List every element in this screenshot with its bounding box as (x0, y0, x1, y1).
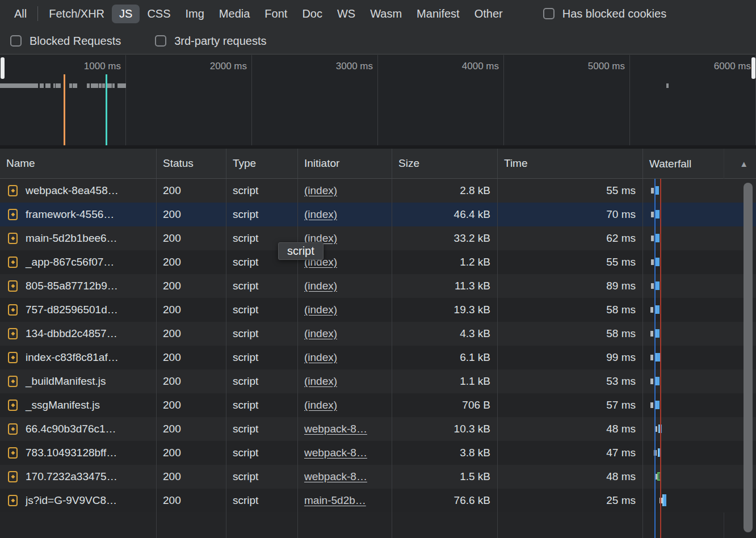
request-name: _app-867c56f07… (26, 256, 114, 268)
table-row[interactable]: _ssgManifest.js200script(index)706 B57 m… (0, 393, 756, 417)
overview-bar-segment (45, 83, 51, 88)
column-header-initiator[interactable]: Initiator (298, 149, 392, 178)
column-header-status[interactable]: Status (157, 149, 226, 178)
table-row[interactable]: webpack-8ea458…200script(index)2.8 kB55 … (0, 179, 756, 203)
initiator-link[interactable]: webpack-8… (304, 470, 367, 483)
filter-all[interactable]: All (7, 5, 34, 23)
name-cell[interactable]: 757-d82596501d… (0, 298, 157, 322)
table-row[interactable]: framework-4556…200script(index)46.4 kB70… (0, 203, 756, 226)
name-cell[interactable]: 170.7232a33475… (0, 465, 157, 489)
name-cell[interactable]: 66.4c90b3d76c1… (0, 417, 157, 441)
column-header-waterfall[interactable]: Waterfall▲ (643, 149, 756, 178)
name-cell[interactable]: main-5d2b1bee6… (0, 226, 157, 250)
overview-section: 4000 ms (378, 55, 504, 145)
name-cell[interactable]: index-c83f8c81af… (0, 346, 157, 369)
name-cell[interactable]: _app-867c56f07… (0, 250, 157, 274)
table-row[interactable]: 783.10493128bff…200scriptwebpack-8…3.8 k… (0, 441, 756, 465)
vertical-scrollbar-thumb[interactable] (744, 183, 753, 532)
name-cell[interactable]: framework-4556… (0, 203, 157, 226)
name-cell[interactable]: 783.10493128bff… (0, 441, 157, 465)
overview-bar-segment (0, 83, 38, 88)
filter-js[interactable]: JS (112, 5, 140, 23)
blocked-requests-checkbox[interactable] (10, 35, 22, 47)
time-cell: 57 ms (498, 393, 643, 417)
table-row[interactable]: main-5d2b1bee6…200script(index)33.2 kB62… (0, 226, 756, 250)
initiator-link[interactable]: (index) (304, 399, 337, 411)
third-party-toggle[interactable]: 3rd-party requests (155, 35, 266, 48)
status-cell: 200 (157, 346, 226, 369)
table-body: webpack-8ea458…200script(index)2.8 kB55 … (0, 179, 756, 538)
has-blocked-cookies-checkbox[interactable] (543, 8, 555, 19)
initiator-link[interactable]: (index) (304, 184, 337, 197)
initiator-link[interactable]: (index) (304, 208, 337, 221)
filter-ws[interactable]: WS (330, 5, 363, 23)
table-row[interactable]: 66.4c90b3d76c1…200scriptwebpack-8…10.3 k… (0, 417, 756, 441)
filter-manifest[interactable]: Manifest (409, 5, 467, 23)
time-cell: 89 ms (498, 274, 643, 298)
filter-font[interactable]: Font (257, 5, 295, 23)
filter-media[interactable]: Media (212, 5, 257, 23)
table-row[interactable]: 134-dbbd2c4857…200script(index)4.3 kB58 … (0, 322, 756, 346)
initiator-link[interactable]: webpack-8… (304, 423, 367, 435)
overview-bar-segment (73, 83, 77, 88)
waterfall-download-bar (655, 329, 660, 338)
script-file-icon (8, 257, 18, 268)
initiator-link[interactable]: webpack-8… (304, 447, 367, 459)
name-cell[interactable]: webpack-8ea458… (0, 179, 157, 203)
type-cell: script (226, 274, 298, 298)
filter-divider (37, 6, 38, 21)
filter-fetch-xhr[interactable]: Fetch/XHR (41, 5, 112, 23)
initiator-link[interactable]: (index) (304, 375, 337, 388)
time-cell: 25 ms (498, 489, 643, 512)
script-file-icon (8, 233, 18, 244)
initiator-cell: (index) (298, 203, 392, 226)
filter-img[interactable]: Img (178, 5, 212, 23)
column-header-type[interactable]: Type (226, 149, 298, 178)
overview-left-handle[interactable] (1, 57, 5, 79)
size-cell: 1.1 kB (392, 369, 498, 393)
overview-bar-segment (107, 83, 112, 88)
name-cell[interactable]: _buildManifest.js (0, 369, 157, 393)
empty-cell (226, 512, 298, 538)
table-row[interactable]: _buildManifest.js200script(index)1.1 kB5… (0, 369, 756, 393)
initiator-link[interactable]: (index) (304, 304, 337, 316)
filter-wasm[interactable]: Wasm (363, 5, 409, 23)
has-blocked-cookies-toggle[interactable]: Has blocked cookies (543, 7, 666, 20)
name-cell[interactable]: 134-dbbd2c4857… (0, 322, 157, 346)
initiator-link[interactable]: main-5d2b… (304, 494, 366, 507)
column-header-time[interactable]: Time (498, 149, 643, 178)
initiator-link[interactable]: (index) (304, 327, 337, 340)
request-name: framework-4556… (26, 208, 114, 221)
time-cell: 48 ms (498, 417, 643, 441)
request-name: webpack-8ea458… (26, 184, 119, 197)
filter-css[interactable]: CSS (140, 5, 178, 23)
filter-doc[interactable]: Doc (295, 5, 330, 23)
name-cell[interactable]: 805-85a87712b9… (0, 274, 157, 298)
initiator-link[interactable]: (index) (304, 351, 337, 364)
table-row[interactable]: 757-d82596501d…200script(index)19.3 kB58… (0, 298, 756, 322)
table-row[interactable]: 805-85a87712b9…200script(index)11.3 kB89… (0, 274, 756, 298)
name-cell[interactable]: _ssgManifest.js (0, 393, 157, 417)
third-party-checkbox[interactable] (155, 35, 166, 47)
name-cell[interactable]: js?id=G-9V9VC8… (0, 489, 157, 512)
table-row[interactable]: 170.7232a33475…200scriptwebpack-8…1.5 kB… (0, 465, 756, 489)
column-header-name[interactable]: Name (0, 149, 157, 178)
waterfall-waiting-block (650, 355, 653, 360)
script-file-icon (8, 185, 18, 196)
table-row[interactable]: index-c83f8c81af…200script(index)6.1 kB9… (0, 346, 756, 369)
status-cell: 200 (157, 417, 226, 441)
table-row[interactable]: _app-867c56f07…200script(index)1.2 kB55 … (0, 250, 756, 274)
network-overview-timeline[interactable]: 1000 ms2000 ms3000 ms4000 ms5000 ms6000 … (0, 55, 756, 145)
overview-bar-segment (56, 83, 61, 88)
type-cell: script (226, 322, 298, 346)
initiator-link[interactable]: (index) (304, 280, 337, 292)
load-event-line (660, 179, 661, 538)
table-row[interactable]: js?id=G-9V9VC8…200scriptmain-5d2b…76.6 k… (0, 489, 756, 512)
blocked-requests-toggle[interactable]: Blocked Requests (10, 35, 121, 48)
column-header-size[interactable]: Size (392, 149, 498, 178)
filter-other[interactable]: Other (467, 5, 510, 23)
overview-right-handle[interactable] (751, 57, 755, 79)
initiator-cell: webpack-8… (298, 417, 392, 441)
script-file-icon (8, 352, 18, 363)
initiator-cell: (index) (298, 274, 392, 298)
